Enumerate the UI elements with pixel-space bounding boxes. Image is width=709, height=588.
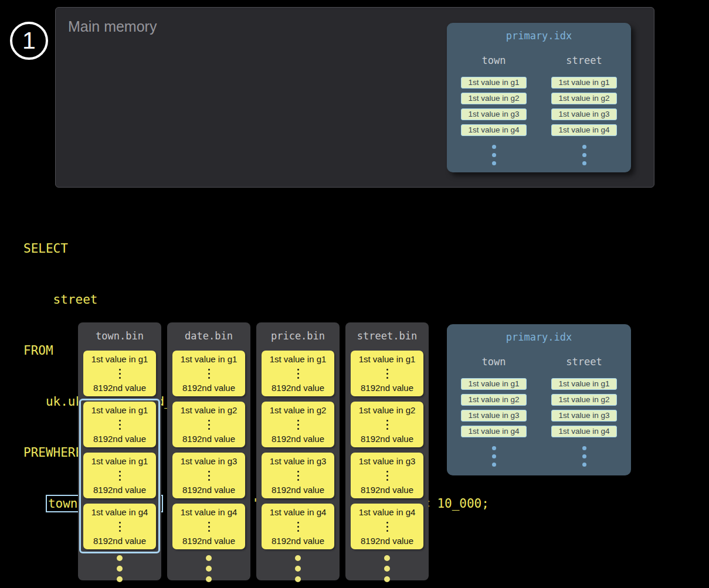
granule-last-value: 8192nd value	[361, 485, 413, 495]
ellipsis-dots	[386, 369, 388, 379]
idx-entry: 1st value in g3	[551, 410, 617, 422]
granule-last-value: 8192nd value	[93, 434, 146, 444]
granule-first-value: 1st value in g3	[270, 456, 327, 466]
granule-first-value: 1st value in g2	[359, 405, 416, 415]
ellipsis-dots	[78, 555, 161, 582]
granule-last-value: 8192nd value	[93, 383, 146, 393]
idx-entry: 1st value in g2	[551, 394, 617, 406]
ellipsis-dots	[582, 446, 586, 467]
bin-column-title: price.bin	[256, 330, 340, 342]
idx-entry: 1st value in g4	[551, 124, 617, 136]
granule-last-value: 8192nd value	[272, 383, 324, 393]
granule-list: 1st value in g1 8192nd value 1st value i…	[167, 351, 250, 549]
granule-first-value: 1st value in g4	[359, 507, 416, 517]
granule: 1st value in g1 8192nd value	[83, 453, 156, 498]
idx-entry: 1st value in g2	[551, 93, 617, 104]
bin-column-date: date.bin 1st value in g1 8192nd value 1s…	[167, 322, 250, 580]
granule: 1st value in g1 8192nd value	[262, 351, 334, 396]
step-number: 1	[22, 27, 36, 55]
idx-column-street: street 1st value in g1 1st value in g2 1…	[551, 42, 618, 165]
ellipsis-dots	[119, 471, 121, 481]
bin-column-town: town.bin 1st value in g1 8192nd value 1s…	[78, 322, 161, 580]
idx-column-street: street 1st value in g1 1st value in g2 1…	[551, 343, 618, 467]
granule-last-value: 8192nd value	[361, 434, 413, 444]
granule-first-value: 1st value in g3	[181, 456, 238, 466]
granule-first-value: 1st value in g4	[270, 507, 327, 517]
idx-column-town: town 1st value in g1 1st value in g2 1st…	[460, 42, 527, 165]
bin-column-title: date.bin	[167, 330, 250, 342]
granule-list: 1st value in g1 8192nd value 1st value i…	[256, 351, 340, 549]
ellipsis-dots	[119, 420, 121, 430]
granule-last-value: 8192nd value	[272, 536, 324, 546]
idx-column-header-street: street	[566, 356, 602, 368]
idx-entry: 1st value in g3	[551, 108, 617, 120]
ellipsis-dots	[256, 555, 340, 582]
granule-last-value: 8192nd value	[272, 434, 324, 444]
idx-columns: town 1st value in g1 1st value in g2 1st…	[447, 343, 631, 467]
granule-first-value: 1st value in g2	[270, 405, 327, 415]
ellipsis-dots	[492, 145, 496, 165]
granule: 1st value in g1 8192nd value	[172, 351, 245, 396]
idx-column-header-town: town	[482, 55, 506, 66]
ellipsis-dots	[119, 369, 121, 379]
idx-entry: 1st value in g1	[461, 77, 527, 89]
granule: 1st value in g4 8192nd value	[83, 504, 156, 549]
granule-last-value: 8192nd value	[272, 485, 324, 495]
primary-idx-title: primary.idx	[447, 331, 631, 343]
ellipsis-dots	[208, 420, 210, 430]
idx-column-town: town 1st value in g1 1st value in g2 1st…	[460, 343, 527, 467]
granule-last-value: 8192nd value	[182, 434, 235, 444]
ellipsis-dots	[208, 471, 210, 481]
clickhouse-prewhere-diagram: 1 Main memory primary.idx town 1st value…	[0, 0, 709, 588]
granule-last-value: 8192nd value	[182, 485, 235, 495]
primary-idx-title: primary.idx	[447, 30, 631, 42]
granule: 1st value in g3 8192nd value	[262, 453, 334, 498]
granule-first-value: 1st value in g1	[270, 354, 327, 364]
granule: 1st value in g4 8192nd value	[172, 504, 245, 549]
granule: 1st value in g4 8192nd value	[351, 504, 423, 549]
bin-column-title: street.bin	[345, 330, 429, 342]
ellipsis-dots	[386, 522, 388, 532]
granule-first-value: 1st value in g4	[91, 507, 148, 517]
idx-entry: 1st value in g2	[461, 93, 527, 104]
granule-first-value: 1st value in g1	[91, 405, 148, 415]
primary-idx-card-top: primary.idx town 1st value in g1 1st val…	[447, 23, 631, 172]
sql-line: SELECT	[23, 240, 489, 257]
granule-first-value: 1st value in g1	[91, 354, 148, 364]
granule: 1st value in g1 8192nd value	[83, 351, 156, 396]
idx-columns: town 1st value in g1 1st value in g2 1st…	[447, 42, 631, 165]
bin-column-price: price.bin 1st value in g1 8192nd value 1…	[256, 322, 340, 580]
granule-first-value: 1st value in g2	[181, 405, 238, 415]
granule-first-value: 1st value in g1	[91, 456, 148, 466]
granule: 1st value in g3 8192nd value	[172, 453, 245, 498]
granule-first-value: 1st value in g1	[359, 354, 416, 364]
idx-entry: 1st value in g3	[461, 108, 527, 120]
granule-list: 1st value in g1 8192nd value 1st value i…	[345, 351, 429, 549]
ellipsis-dots	[582, 145, 586, 165]
idx-entry: 1st value in g4	[461, 426, 527, 437]
granule-first-value: 1st value in g4	[181, 507, 238, 517]
primary-idx-card-bottom: primary.idx town 1st value in g1 1st val…	[447, 324, 631, 475]
bin-column-street: street.bin 1st value in g1 8192nd value …	[345, 322, 429, 580]
ellipsis-dots	[297, 471, 299, 481]
idx-column-header-street: street	[566, 55, 602, 66]
granule: 1st value in g1 8192nd value	[83, 402, 156, 447]
ellipsis-dots	[386, 471, 388, 481]
granule-list: 1st value in g1 8192nd value 1st value i…	[78, 351, 161, 549]
granule: 1st value in g2 8192nd value	[262, 402, 334, 447]
ellipsis-dots	[167, 555, 250, 582]
granule-last-value: 8192nd value	[361, 536, 413, 546]
ellipsis-dots	[297, 420, 299, 430]
ellipsis-dots	[208, 369, 210, 379]
idx-entry: 1st value in g3	[461, 410, 527, 422]
ellipsis-dots	[492, 446, 496, 467]
idx-entry: 1st value in g4	[461, 124, 527, 136]
idx-column-header-town: town	[482, 356, 506, 368]
idx-entry: 1st value in g1	[461, 378, 527, 390]
idx-entry: 1st value in g1	[551, 77, 617, 89]
ellipsis-dots	[386, 420, 388, 430]
ellipsis-dots	[297, 522, 299, 532]
granule: 1st value in g2 8192nd value	[172, 402, 245, 447]
granule-last-value: 8192nd value	[182, 383, 235, 393]
granule: 1st value in g2 8192nd value	[351, 402, 423, 447]
